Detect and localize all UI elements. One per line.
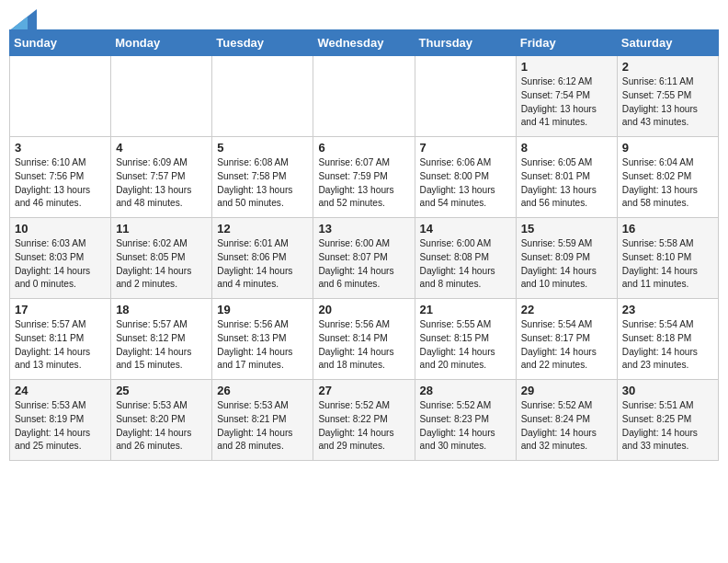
day-number: 14 bbox=[420, 222, 511, 236]
day-info: Sunrise: 5:52 AMSunset: 8:24 PMDaylight:… bbox=[521, 399, 612, 454]
day-info: Sunrise: 5:53 AMSunset: 8:21 PMDaylight:… bbox=[217, 399, 308, 454]
calendar-cell: 25Sunrise: 5:53 AMSunset: 8:20 PMDayligh… bbox=[111, 380, 212, 461]
day-number: 27 bbox=[318, 384, 409, 397]
calendar-cell: 8Sunrise: 6:05 AMSunset: 8:01 PMDaylight… bbox=[516, 137, 617, 218]
calendar-table: SundayMondayTuesdayWednesdayThursdayFrid… bbox=[9, 29, 719, 461]
calendar-cell: 28Sunrise: 5:52 AMSunset: 8:23 PMDayligh… bbox=[415, 380, 516, 461]
day-number: 12 bbox=[217, 222, 308, 236]
day-number: 8 bbox=[521, 141, 612, 155]
calendar-week-row: 24Sunrise: 5:53 AMSunset: 8:19 PMDayligh… bbox=[10, 380, 719, 461]
day-info: Sunrise: 5:58 AMSunset: 8:10 PMDaylight:… bbox=[622, 237, 713, 292]
calendar-cell: 6Sunrise: 6:07 AMSunset: 7:59 PMDaylight… bbox=[313, 137, 415, 218]
calendar-week-row: 10Sunrise: 6:03 AMSunset: 8:03 PMDayligh… bbox=[10, 218, 719, 299]
calendar-cell bbox=[313, 56, 415, 137]
day-info: Sunrise: 6:00 AMSunset: 8:07 PMDaylight:… bbox=[318, 237, 409, 292]
day-info: Sunrise: 6:00 AMSunset: 8:08 PMDaylight:… bbox=[420, 237, 511, 292]
day-number: 19 bbox=[217, 303, 308, 316]
day-info: Sunrise: 6:12 AMSunset: 7:54 PMDaylight:… bbox=[521, 75, 612, 130]
calendar-cell: 4Sunrise: 6:09 AMSunset: 7:57 PMDaylight… bbox=[111, 137, 212, 218]
calendar-cell: 3Sunrise: 6:10 AMSunset: 7:56 PMDaylight… bbox=[10, 137, 111, 218]
calendar-cell: 5Sunrise: 6:08 AMSunset: 7:58 PMDaylight… bbox=[212, 137, 313, 218]
calendar-cell: 23Sunrise: 5:54 AMSunset: 8:18 PMDayligh… bbox=[617, 299, 718, 380]
day-number: 4 bbox=[116, 141, 207, 155]
day-number: 26 bbox=[217, 384, 308, 397]
calendar-cell bbox=[212, 56, 313, 137]
day-info: Sunrise: 5:59 AMSunset: 8:09 PMDaylight:… bbox=[521, 237, 612, 292]
page-header bbox=[9, 9, 719, 24]
weekday-header-friday: Friday bbox=[516, 30, 617, 56]
day-info: Sunrise: 5:55 AMSunset: 8:15 PMDaylight:… bbox=[420, 318, 511, 373]
day-number: 29 bbox=[521, 384, 612, 397]
calendar-cell: 20Sunrise: 5:56 AMSunset: 8:14 PMDayligh… bbox=[313, 299, 415, 380]
calendar-cell: 27Sunrise: 5:52 AMSunset: 8:22 PMDayligh… bbox=[313, 380, 415, 461]
day-number: 15 bbox=[521, 222, 612, 236]
day-number: 22 bbox=[521, 303, 612, 316]
day-number: 9 bbox=[622, 141, 713, 155]
weekday-header-saturday: Saturday bbox=[617, 30, 718, 56]
day-info: Sunrise: 5:54 AMSunset: 8:17 PMDaylight:… bbox=[521, 318, 612, 373]
calendar-week-row: 17Sunrise: 5:57 AMSunset: 8:11 PMDayligh… bbox=[10, 299, 719, 380]
day-number: 6 bbox=[318, 141, 409, 155]
calendar-cell: 11Sunrise: 6:02 AMSunset: 8:05 PMDayligh… bbox=[111, 218, 212, 299]
day-number: 5 bbox=[217, 141, 308, 155]
calendar-cell: 1Sunrise: 6:12 AMSunset: 7:54 PMDaylight… bbox=[516, 56, 617, 137]
calendar-cell bbox=[415, 56, 516, 137]
day-info: Sunrise: 5:56 AMSunset: 8:13 PMDaylight:… bbox=[217, 318, 308, 373]
day-info: Sunrise: 6:11 AMSunset: 7:55 PMDaylight:… bbox=[622, 75, 713, 130]
logo bbox=[9, 9, 37, 24]
calendar-cell: 19Sunrise: 5:56 AMSunset: 8:13 PMDayligh… bbox=[212, 299, 313, 380]
calendar-week-row: 3Sunrise: 6:10 AMSunset: 7:56 PMDaylight… bbox=[10, 137, 719, 218]
day-number: 18 bbox=[116, 303, 207, 316]
day-info: Sunrise: 5:57 AMSunset: 8:12 PMDaylight:… bbox=[116, 318, 207, 373]
calendar-cell: 7Sunrise: 6:06 AMSunset: 8:00 PMDaylight… bbox=[415, 137, 516, 218]
calendar-cell: 13Sunrise: 6:00 AMSunset: 8:07 PMDayligh… bbox=[313, 218, 415, 299]
day-info: Sunrise: 6:01 AMSunset: 8:06 PMDaylight:… bbox=[217, 237, 308, 292]
calendar-cell: 10Sunrise: 6:03 AMSunset: 8:03 PMDayligh… bbox=[10, 218, 111, 299]
day-info: Sunrise: 6:07 AMSunset: 7:59 PMDaylight:… bbox=[318, 156, 409, 211]
day-info: Sunrise: 6:10 AMSunset: 7:56 PMDaylight:… bbox=[15, 156, 106, 211]
day-info: Sunrise: 6:04 AMSunset: 8:02 PMDaylight:… bbox=[622, 156, 713, 211]
day-info: Sunrise: 5:54 AMSunset: 8:18 PMDaylight:… bbox=[622, 318, 713, 373]
day-number: 28 bbox=[420, 384, 511, 397]
calendar-week-row: 1Sunrise: 6:12 AMSunset: 7:54 PMDaylight… bbox=[10, 56, 719, 137]
calendar-cell: 16Sunrise: 5:58 AMSunset: 8:10 PMDayligh… bbox=[617, 218, 718, 299]
day-number: 23 bbox=[622, 303, 713, 316]
weekday-header-monday: Monday bbox=[111, 30, 212, 56]
day-number: 16 bbox=[622, 222, 713, 236]
logo-icon bbox=[11, 9, 37, 29]
day-info: Sunrise: 6:02 AMSunset: 8:05 PMDaylight:… bbox=[116, 237, 207, 292]
calendar-cell: 18Sunrise: 5:57 AMSunset: 8:12 PMDayligh… bbox=[111, 299, 212, 380]
day-info: Sunrise: 6:06 AMSunset: 8:00 PMDaylight:… bbox=[420, 156, 511, 211]
day-number: 1 bbox=[521, 60, 612, 74]
day-info: Sunrise: 6:05 AMSunset: 8:01 PMDaylight:… bbox=[521, 156, 612, 211]
day-number: 13 bbox=[318, 222, 409, 236]
day-info: Sunrise: 5:53 AMSunset: 8:20 PMDaylight:… bbox=[116, 399, 207, 454]
day-info: Sunrise: 5:56 AMSunset: 8:14 PMDaylight:… bbox=[318, 318, 409, 373]
weekday-header-tuesday: Tuesday bbox=[212, 30, 313, 56]
calendar-cell: 12Sunrise: 6:01 AMSunset: 8:06 PMDayligh… bbox=[212, 218, 313, 299]
weekday-header-sunday: Sunday bbox=[10, 30, 111, 56]
day-number: 11 bbox=[116, 222, 207, 236]
day-info: Sunrise: 5:57 AMSunset: 8:11 PMDaylight:… bbox=[15, 318, 106, 373]
calendar-cell: 29Sunrise: 5:52 AMSunset: 8:24 PMDayligh… bbox=[516, 380, 617, 461]
day-number: 7 bbox=[420, 141, 511, 155]
calendar-cell: 15Sunrise: 5:59 AMSunset: 8:09 PMDayligh… bbox=[516, 218, 617, 299]
day-info: Sunrise: 5:51 AMSunset: 8:25 PMDaylight:… bbox=[622, 399, 713, 454]
day-info: Sunrise: 6:09 AMSunset: 7:57 PMDaylight:… bbox=[116, 156, 207, 211]
day-info: Sunrise: 5:53 AMSunset: 8:19 PMDaylight:… bbox=[15, 399, 106, 454]
weekday-header-wednesday: Wednesday bbox=[313, 30, 415, 56]
calendar-cell: 2Sunrise: 6:11 AMSunset: 7:55 PMDaylight… bbox=[617, 56, 718, 137]
day-number: 17 bbox=[15, 303, 106, 316]
day-number: 25 bbox=[116, 384, 207, 397]
day-number: 24 bbox=[15, 384, 106, 397]
day-number: 3 bbox=[15, 141, 106, 155]
day-number: 10 bbox=[15, 222, 106, 236]
day-number: 2 bbox=[622, 60, 713, 74]
calendar-cell: 17Sunrise: 5:57 AMSunset: 8:11 PMDayligh… bbox=[10, 299, 111, 380]
day-number: 21 bbox=[420, 303, 511, 316]
day-info: Sunrise: 5:52 AMSunset: 8:22 PMDaylight:… bbox=[318, 399, 409, 454]
day-number: 20 bbox=[318, 303, 409, 316]
calendar-cell: 9Sunrise: 6:04 AMSunset: 8:02 PMDaylight… bbox=[617, 137, 718, 218]
day-info: Sunrise: 5:52 AMSunset: 8:23 PMDaylight:… bbox=[420, 399, 511, 454]
calendar-header-row: SundayMondayTuesdayWednesdayThursdayFrid… bbox=[10, 30, 719, 56]
